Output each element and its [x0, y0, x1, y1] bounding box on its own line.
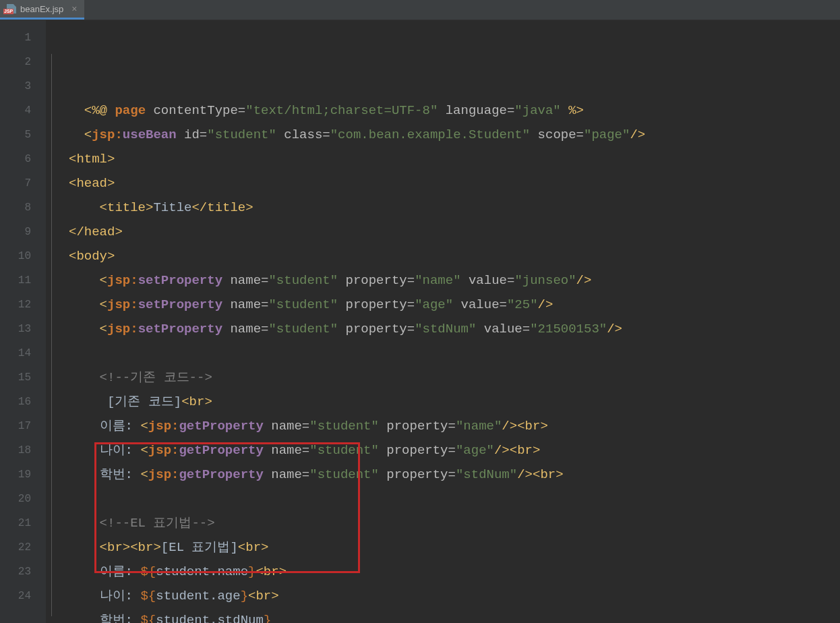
line-number: 1 — [0, 26, 46, 50]
jsp-file-icon: JSP — [4, 4, 16, 13]
line-number: 24 — [0, 584, 46, 608]
line-number: 9 — [0, 220, 46, 244]
code-line[interactable]: 나이: <jsp:getProperty name="student" prop… — [69, 438, 645, 463]
line-number: 19 — [0, 463, 46, 487]
line-number: 3 — [0, 74, 46, 98]
line-number: 16 — [0, 390, 46, 414]
code-line[interactable]: <jsp:setProperty name="student" property… — [69, 293, 645, 317]
line-number: 23 — [0, 560, 46, 584]
line-number: 22 — [0, 535, 46, 560]
code-line[interactable]: <!--EL 표기법--> — [69, 511, 645, 535]
code-line[interactable]: 학번: ${student.stdNum} — [69, 608, 645, 623]
line-number: 21 — [0, 511, 46, 535]
code-line[interactable]: </head> — [69, 220, 645, 244]
line-number: 15 — [0, 365, 46, 390]
line-number: 6 — [0, 147, 46, 171]
code-line[interactable]: <title>Title</title> — [69, 196, 645, 220]
line-number: 14 — [0, 341, 46, 365]
line-number: 18 — [0, 438, 46, 463]
editor-tab[interactable]: JSP beanEx.jsp × — [0, 0, 84, 20]
code-line[interactable]: 나이: ${student.age}<br> — [69, 584, 645, 608]
line-number: 17 — [0, 414, 46, 438]
line-number-gutter: 123456789101112131415161718192021222324 — [0, 20, 46, 623]
line-number: 2 — [0, 50, 46, 74]
code-line[interactable]: <jsp:setProperty name="student" property… — [69, 317, 645, 341]
code-line[interactable]: [기존 코드]<br> — [69, 390, 645, 414]
line-number: 7 — [0, 171, 46, 196]
line-number: 8 — [0, 196, 46, 220]
line-number: 10 — [0, 244, 46, 268]
line-number: 20 — [0, 487, 46, 511]
code-line[interactable]: <jsp:setProperty name="student" property… — [69, 268, 645, 293]
line-number: 5 — [0, 123, 46, 147]
line-number: 4 — [0, 98, 46, 123]
tab-filename: beanEx.jsp — [20, 4, 63, 14]
code-line[interactable]: <head> — [69, 171, 645, 196]
code-line[interactable]: <%@ page contentType="text/html;charset=… — [69, 98, 645, 123]
fold-column — [46, 20, 58, 623]
code-line[interactable]: <jsp:useBean id="student" class="com.bea… — [69, 123, 645, 147]
code-line[interactable]: <!--기존 코드--> — [69, 365, 645, 390]
line-number: 13 — [0, 317, 46, 341]
code-line[interactable]: 학번: <jsp:getProperty name="student" prop… — [69, 463, 645, 487]
code-line[interactable]: <body> — [69, 244, 645, 268]
code-editor[interactable]: 123456789101112131415161718192021222324 … — [0, 20, 840, 623]
code-line[interactable]: 이름: <jsp:getProperty name="student" prop… — [69, 414, 645, 438]
code-line[interactable]: 이름: ${student.name}<br> — [69, 560, 645, 584]
code-line[interactable]: <html> — [69, 147, 645, 171]
close-icon[interactable]: × — [71, 3, 77, 14]
code-area[interactable]: <%@ page contentType="text/html;charset=… — [58, 20, 645, 623]
line-number: 11 — [0, 268, 46, 293]
code-line[interactable]: <br><br>[EL 표기법]<br> — [69, 535, 645, 560]
code-line[interactable] — [69, 487, 645, 511]
line-number: 12 — [0, 293, 46, 317]
tab-bar: JSP beanEx.jsp × — [0, 0, 840, 20]
code-line[interactable] — [69, 341, 645, 365]
